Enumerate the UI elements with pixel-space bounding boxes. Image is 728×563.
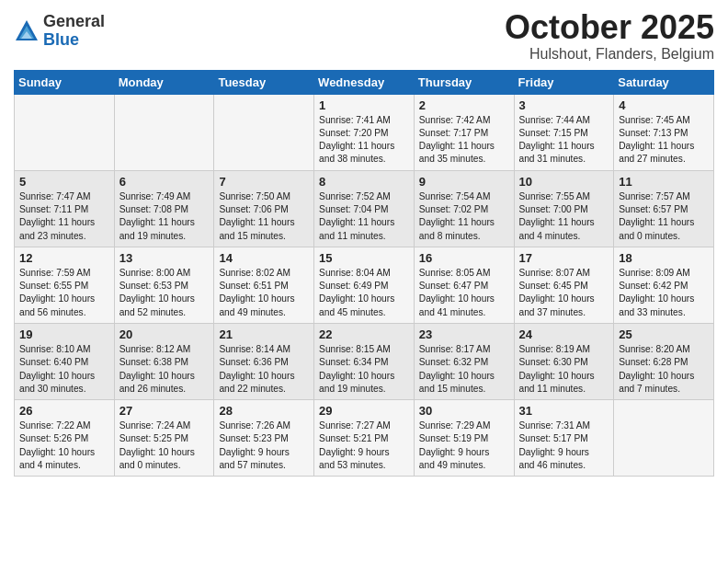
day-number: 6	[119, 175, 210, 189]
header-row: Sunday Monday Tuesday Wednesday Thursday…	[15, 70, 714, 94]
calendar-body: 1Sunrise: 7:41 AM Sunset: 7:20 PM Daylig…	[15, 94, 714, 477]
day-info: Sunrise: 7:54 AM Sunset: 7:02 PM Dayligh…	[419, 190, 509, 243]
logo: General Blue	[14, 13, 105, 50]
day-number: 19	[19, 327, 109, 341]
cell-w3-d2: 13Sunrise: 8:00 AM Sunset: 6:53 PM Dayli…	[114, 247, 214, 323]
day-number: 20	[119, 327, 210, 341]
day-number: 24	[519, 327, 609, 341]
cell-w2-d3: 7Sunrise: 7:50 AM Sunset: 7:06 PM Daylig…	[214, 170, 314, 247]
day-number: 29	[319, 404, 409, 418]
cell-w3-d1: 12Sunrise: 7:59 AM Sunset: 6:55 PM Dayli…	[15, 247, 115, 323]
cell-w5-d7	[614, 400, 714, 477]
day-info: Sunrise: 7:59 AM Sunset: 6:55 PM Dayligh…	[19, 267, 109, 319]
day-info: Sunrise: 8:02 AM Sunset: 6:51 PM Dayligh…	[219, 267, 309, 319]
day-info: Sunrise: 7:31 AM Sunset: 5:17 PM Dayligh…	[519, 419, 609, 472]
cell-w1-d6: 3Sunrise: 7:44 AM Sunset: 7:15 PM Daylig…	[514, 94, 614, 170]
day-info: Sunrise: 7:22 AM Sunset: 5:26 PM Dayligh…	[19, 419, 109, 472]
cell-w5-d1: 26Sunrise: 7:22 AM Sunset: 5:26 PM Dayli…	[15, 400, 115, 477]
title-block: October 2025 Hulshout, Flanders, Belgium	[505, 9, 714, 63]
cell-w3-d6: 17Sunrise: 8:07 AM Sunset: 6:45 PM Dayli…	[514, 247, 614, 323]
cell-w4-d6: 24Sunrise: 8:19 AM Sunset: 6:30 PM Dayli…	[514, 323, 614, 399]
day-info: Sunrise: 8:00 AM Sunset: 6:53 PM Dayligh…	[119, 267, 210, 319]
cell-w5-d6: 31Sunrise: 7:31 AM Sunset: 5:17 PM Dayli…	[514, 400, 614, 477]
day-info: Sunrise: 7:27 AM Sunset: 5:21 PM Dayligh…	[319, 419, 409, 472]
day-number: 27	[119, 404, 210, 418]
cell-w3-d7: 18Sunrise: 8:09 AM Sunset: 6:42 PM Dayli…	[614, 247, 714, 323]
logo-text: General Blue	[43, 13, 105, 50]
cell-w1-d4: 1Sunrise: 7:41 AM Sunset: 7:20 PM Daylig…	[314, 94, 415, 170]
week-row-1: 1Sunrise: 7:41 AM Sunset: 7:20 PM Daylig…	[15, 94, 714, 170]
week-row-4: 19Sunrise: 8:10 AM Sunset: 6:40 PM Dayli…	[15, 323, 714, 399]
cell-w4-d5: 23Sunrise: 8:17 AM Sunset: 6:32 PM Dayli…	[414, 323, 514, 399]
day-number: 2	[419, 98, 509, 112]
day-info: Sunrise: 7:45 AM Sunset: 7:13 PM Dayligh…	[619, 114, 709, 167]
day-info: Sunrise: 8:07 AM Sunset: 6:45 PM Dayligh…	[519, 267, 609, 319]
cell-w4-d3: 21Sunrise: 8:14 AM Sunset: 6:36 PM Dayli…	[214, 323, 314, 399]
cell-w2-d2: 6Sunrise: 7:49 AM Sunset: 7:08 PM Daylig…	[114, 170, 214, 247]
day-number: 1	[319, 98, 409, 112]
cell-w4-d7: 25Sunrise: 8:20 AM Sunset: 6:28 PM Dayli…	[614, 323, 714, 399]
cell-w1-d2	[114, 94, 214, 170]
logo-icon	[14, 18, 40, 44]
day-number: 11	[619, 175, 709, 189]
day-number: 13	[119, 251, 210, 265]
day-number: 28	[219, 404, 309, 418]
day-info: Sunrise: 7:47 AM Sunset: 7:11 PM Dayligh…	[19, 190, 109, 243]
day-number: 21	[219, 327, 309, 341]
header-wednesday: Wednesday	[314, 70, 415, 94]
page: General Blue October 2025 Hulshout, Flan…	[0, 0, 728, 563]
day-number: 14	[219, 251, 309, 265]
calendar-header: Sunday Monday Tuesday Wednesday Thursday…	[15, 70, 714, 94]
cell-w5-d4: 29Sunrise: 7:27 AM Sunset: 5:21 PM Dayli…	[314, 400, 415, 477]
week-row-5: 26Sunrise: 7:22 AM Sunset: 5:26 PM Dayli…	[15, 400, 714, 477]
day-number: 9	[419, 175, 509, 189]
day-number: 12	[19, 251, 109, 265]
day-number: 15	[319, 251, 409, 265]
cell-w2-d6: 10Sunrise: 7:55 AM Sunset: 7:00 PM Dayli…	[514, 170, 614, 247]
logo-blue: Blue	[43, 31, 105, 50]
cell-w5-d2: 27Sunrise: 7:24 AM Sunset: 5:25 PM Dayli…	[114, 400, 214, 477]
day-info: Sunrise: 7:26 AM Sunset: 5:23 PM Dayligh…	[219, 419, 309, 472]
cell-w1-d1	[15, 94, 115, 170]
day-number: 5	[19, 175, 109, 189]
logo-general: General	[43, 13, 105, 31]
day-info: Sunrise: 7:41 AM Sunset: 7:20 PM Dayligh…	[319, 114, 409, 167]
cell-w2-d4: 8Sunrise: 7:52 AM Sunset: 7:04 PM Daylig…	[314, 170, 415, 247]
day-number: 22	[319, 327, 409, 341]
week-row-3: 12Sunrise: 7:59 AM Sunset: 6:55 PM Dayli…	[15, 247, 714, 323]
day-info: Sunrise: 7:42 AM Sunset: 7:17 PM Dayligh…	[419, 114, 509, 167]
day-info: Sunrise: 7:55 AM Sunset: 7:00 PM Dayligh…	[519, 190, 609, 243]
cell-w5-d3: 28Sunrise: 7:26 AM Sunset: 5:23 PM Dayli…	[214, 400, 314, 477]
day-info: Sunrise: 8:20 AM Sunset: 6:28 PM Dayligh…	[619, 343, 709, 396]
cell-w1-d7: 4Sunrise: 7:45 AM Sunset: 7:13 PM Daylig…	[614, 94, 714, 170]
header-sunday: Sunday	[15, 70, 115, 94]
cell-w2-d5: 9Sunrise: 7:54 AM Sunset: 7:02 PM Daylig…	[414, 170, 514, 247]
location: Hulshout, Flanders, Belgium	[505, 46, 714, 63]
cell-w3-d4: 15Sunrise: 8:04 AM Sunset: 6:49 PM Dayli…	[314, 247, 415, 323]
day-number: 3	[519, 98, 609, 112]
day-info: Sunrise: 7:50 AM Sunset: 7:06 PM Dayligh…	[219, 190, 309, 243]
day-number: 8	[319, 175, 409, 189]
day-info: Sunrise: 8:10 AM Sunset: 6:40 PM Dayligh…	[19, 343, 109, 396]
header-saturday: Saturday	[614, 70, 714, 94]
day-number: 18	[619, 251, 709, 265]
day-info: Sunrise: 7:24 AM Sunset: 5:25 PM Dayligh…	[119, 419, 210, 472]
header-monday: Monday	[114, 70, 214, 94]
day-number: 7	[219, 175, 309, 189]
day-info: Sunrise: 7:52 AM Sunset: 7:04 PM Dayligh…	[319, 190, 409, 243]
day-info: Sunrise: 8:15 AM Sunset: 6:34 PM Dayligh…	[319, 343, 409, 396]
cell-w2-d7: 11Sunrise: 7:57 AM Sunset: 6:57 PM Dayli…	[614, 170, 714, 247]
day-info: Sunrise: 8:17 AM Sunset: 6:32 PM Dayligh…	[419, 343, 509, 396]
day-info: Sunrise: 8:12 AM Sunset: 6:38 PM Dayligh…	[119, 343, 210, 396]
cell-w4-d1: 19Sunrise: 8:10 AM Sunset: 6:40 PM Dayli…	[15, 323, 115, 399]
cell-w3-d5: 16Sunrise: 8:05 AM Sunset: 6:47 PM Dayli…	[414, 247, 514, 323]
day-info: Sunrise: 8:04 AM Sunset: 6:49 PM Dayligh…	[319, 267, 409, 319]
cell-w2-d1: 5Sunrise: 7:47 AM Sunset: 7:11 PM Daylig…	[15, 170, 115, 247]
day-info: Sunrise: 8:09 AM Sunset: 6:42 PM Dayligh…	[619, 267, 709, 319]
day-info: Sunrise: 7:57 AM Sunset: 6:57 PM Dayligh…	[619, 190, 709, 243]
day-info: Sunrise: 8:19 AM Sunset: 6:30 PM Dayligh…	[519, 343, 609, 396]
header-thursday: Thursday	[414, 70, 514, 94]
day-number: 16	[419, 251, 509, 265]
day-number: 26	[19, 404, 109, 418]
day-number: 25	[619, 327, 709, 341]
